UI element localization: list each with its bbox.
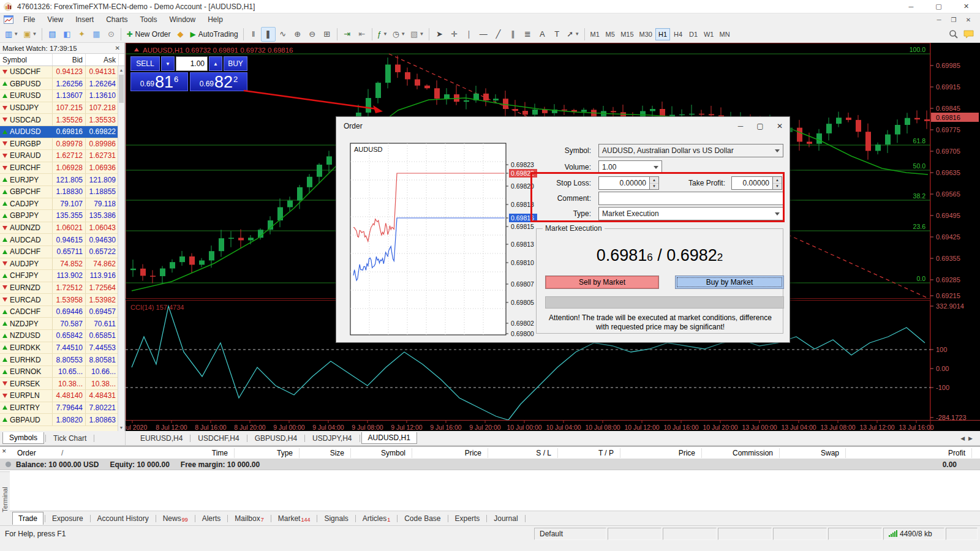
market-watch-row-audnzd[interactable]: AUDNZD1.060211.06043 <box>0 222 124 234</box>
buy-price-display[interactable]: 0.69822 <box>190 72 247 91</box>
market-watch-row-audusd[interactable]: AUDUSD0.698160.69822 <box>0 126 124 138</box>
period-h1-button[interactable]: H1 <box>655 28 670 40</box>
arrange-windows-button[interactable]: ⊞ <box>320 27 334 42</box>
market-watch-tab-tick-chart[interactable]: Tick Chart <box>47 433 92 444</box>
trendline-button[interactable]: ╱ <box>491 27 505 42</box>
market-watch-row-eurchf[interactable]: EURCHF1.069281.06936 <box>0 162 124 174</box>
order-dialog-titlebar[interactable]: Order ─ ▢ ✕ <box>336 117 790 135</box>
market-watch-row-audchf[interactable]: AUDCHF0.657110.65722 <box>0 246 124 258</box>
status-profile[interactable]: Default <box>534 528 606 540</box>
market-watch-scrollbar[interactable]: ▲ ▼ <box>118 66 124 431</box>
market-watch-row-eurgbp[interactable]: EURGBP0.899780.89986 <box>0 138 124 151</box>
arrows-dropdown-button[interactable]: ➚▼ <box>564 27 582 42</box>
terminal-tab-journal[interactable]: Journal <box>488 512 523 525</box>
column-symbol[interactable]: Symbol <box>0 54 53 66</box>
market-watch-row-nzdusd[interactable]: NZDUSD0.658420.65851 <box>0 330 124 342</box>
strategy-tester-toggle[interactable]: ⊙ <box>104 27 118 42</box>
period-m30-button[interactable]: M30 <box>637 28 655 40</box>
line-chart-button[interactable]: ∿ <box>276 27 290 42</box>
period-dropdown-button[interactable]: ◷▼ <box>390 27 408 42</box>
market-watch-row-eurusd[interactable]: EURUSD1.136071.13610 <box>0 90 124 102</box>
data-window-toggle[interactable]: ◧ <box>59 27 74 42</box>
zoom-in-button[interactable]: ⊕ <box>290 27 305 42</box>
period-m1-button[interactable]: M1 <box>587 28 602 40</box>
market-watch-row-chfjpy[interactable]: CHFJPY113.902113.916 <box>0 270 124 282</box>
market-watch-toggle[interactable]: ▤ <box>45 27 59 42</box>
terminal-tab-alerts[interactable]: Alerts <box>197 512 227 525</box>
menu-window[interactable]: Window <box>164 14 202 25</box>
search-icon[interactable] <box>949 29 959 39</box>
market-watch-row-eurjpy[interactable]: EURJPY121.805121.809 <box>0 174 124 186</box>
one-click-sell-button[interactable]: SELL <box>130 56 160 71</box>
stop-loss-stepper[interactable]: ▲▼ <box>650 176 659 190</box>
period-d1-button[interactable]: D1 <box>686 28 701 40</box>
take-profit-stepper[interactable]: ▲▼ <box>773 176 782 190</box>
menu-file[interactable]: File <box>17 14 41 25</box>
market-watch-row-audcad[interactable]: AUDCAD0.946150.94630 <box>0 234 124 246</box>
navigator-toggle[interactable]: ✦ <box>74 27 89 42</box>
horizontal-line-button[interactable]: — <box>476 27 491 42</box>
market-watch-row-gbpusd[interactable]: GBPUSD1.262561.26264 <box>0 78 124 91</box>
stop-loss-input[interactable]: 0.00000 <box>598 176 650 190</box>
terminal-tab-signals[interactable]: Signals <box>318 512 353 525</box>
crosshair-button[interactable]: ✛ <box>447 27 461 42</box>
text-button[interactable]: A <box>535 27 549 42</box>
terminal-tab-experts[interactable]: Experts <box>450 512 486 525</box>
chart-tab-usdchf-h4[interactable]: USDCHF,H4 <box>192 433 245 444</box>
market-watch-row-euraud[interactable]: EURAUD1.627121.62731 <box>0 150 124 162</box>
templates-button[interactable]: ▧▼ <box>408 27 426 42</box>
sell-price-display[interactable]: 0.69816 <box>130 72 188 91</box>
dialog-maximize-button[interactable]: ▢ <box>750 119 770 133</box>
market-watch-row-gbpaud[interactable]: GBPAUD1.808201.80863 <box>0 414 124 426</box>
metaeditor-button[interactable]: ◆ <box>173 27 188 42</box>
one-click-volume-input[interactable]: 1.00 <box>176 56 208 71</box>
market-watch-row-usdcad[interactable]: USDCAD1.355261.35533 <box>0 114 124 126</box>
terminal-column-swap[interactable]: Swap <box>747 449 839 457</box>
market-watch-close-icon[interactable]: ✕ <box>113 45 122 51</box>
market-watch-row-eurnzd[interactable]: EURNZD1.725121.72564 <box>0 282 124 294</box>
comment-input[interactable] <box>598 192 783 205</box>
one-click-buy-button[interactable]: BUY <box>224 56 247 71</box>
market-watch-tab-symbols[interactable]: Symbols <box>2 432 44 444</box>
volume-decrease-button[interactable]: ▼ <box>161 56 175 71</box>
market-watch-row-eurtry[interactable]: EURTRY7.796447.80221 <box>0 402 124 414</box>
sell-by-market-button[interactable]: Sell by Market <box>545 276 659 289</box>
fibonacci-button[interactable]: ≣ <box>520 27 535 42</box>
period-w1-button[interactable]: W1 <box>701 28 717 40</box>
market-watch-row-gbpchf[interactable]: GBPCHF1.188301.18855 <box>0 186 124 198</box>
terminal-toggle[interactable]: ▦ <box>89 27 104 42</box>
symbol-select[interactable]: AUDUSD, Australian Dollar vs US Dollar <box>598 144 783 157</box>
tabs-scroll-right-icon[interactable]: ▶ <box>968 435 973 441</box>
vertical-line-button[interactable]: ｜ <box>461 27 476 42</box>
period-mn-button[interactable]: MN <box>717 28 732 40</box>
window-close-button[interactable]: ✕ <box>952 0 980 13</box>
market-watch-row-audjpy[interactable]: AUDJPY74.85274.862 <box>0 258 124 271</box>
chart-tab-gbpusd-h4[interactable]: GBPUSD,H4 <box>249 433 303 444</box>
label-button[interactable]: T <box>549 27 564 42</box>
menu-help[interactable]: Help <box>202 14 229 25</box>
new-chart-button[interactable]: ▥▼ <box>2 27 21 42</box>
market-watch-row-eurpln[interactable]: EURPLN4.481404.48431 <box>0 390 124 402</box>
indicators-button[interactable]: ƒ▼ <box>375 27 390 42</box>
dialog-minimize-button[interactable]: ─ <box>731 119 750 133</box>
chart-shift-button[interactable]: ⇤ <box>355 27 369 42</box>
terminal-column-order[interactable]: Order <box>17 449 36 457</box>
market-watch-row-eursek[interactable]: EURSEK10.38...10.38... <box>0 378 124 390</box>
volume-increase-button[interactable]: ▲ <box>209 56 222 71</box>
period-m15-button[interactable]: M15 <box>618 28 636 40</box>
window-minimize-button[interactable]: ─ <box>897 0 925 13</box>
take-profit-input[interactable]: 0.00000 <box>731 176 773 190</box>
market-watch-row-cadchf[interactable]: CADCHF0.694460.69457 <box>0 306 124 318</box>
chart-tab-audusd-h1[interactable]: AUDUSD,H1 <box>361 432 417 444</box>
market-watch-row-nzdjpy[interactable]: NZDJPY70.58770.611 <box>0 318 124 330</box>
terminal-tab-exposure[interactable]: Exposure <box>47 512 89 525</box>
volume-select[interactable]: 1.00 <box>598 160 662 174</box>
column-ask[interactable]: Ask <box>86 54 119 66</box>
market-watch-row-eurcad[interactable]: EURCAD1.539581.53982 <box>0 294 124 306</box>
window-maximize-button[interactable]: ▢ <box>925 0 952 13</box>
dialog-close-button[interactable]: ✕ <box>770 119 790 133</box>
candlestick-button[interactable]: ❚ <box>261 27 276 42</box>
auto-scroll-button[interactable]: ⇥ <box>340 27 355 42</box>
scroll-down-icon[interactable]: ▼ <box>118 424 124 431</box>
menu-insert[interactable]: Insert <box>69 14 100 25</box>
